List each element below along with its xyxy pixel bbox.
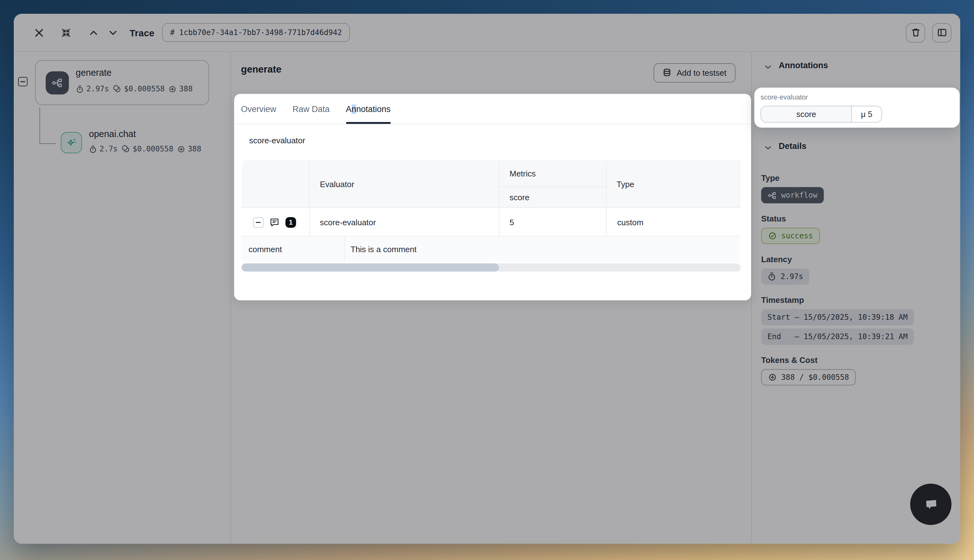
span-stats: 2.7s $0.000558 388 bbox=[89, 145, 201, 153]
cell-type: custom bbox=[617, 208, 644, 237]
tab-overview[interactable]: Overview bbox=[241, 94, 276, 124]
coins-icon bbox=[113, 85, 122, 93]
chevron-up-icon[interactable] bbox=[86, 25, 101, 40]
latency-label: Latency bbox=[761, 255, 792, 264]
type-label: Type bbox=[761, 173, 780, 183]
stopwatch-icon bbox=[89, 145, 97, 153]
chat-bubble-icon bbox=[920, 494, 941, 515]
workflow-icon bbox=[767, 190, 777, 200]
stopwatch-icon bbox=[767, 272, 776, 281]
tree-connector-line bbox=[40, 108, 56, 144]
metric-score-pill[interactable]: score μ 5 bbox=[761, 106, 882, 123]
chevron-down-icon[interactable] bbox=[764, 63, 772, 71]
latency-stat: 2.97s bbox=[76, 85, 109, 93]
details-section-header[interactable]: Details bbox=[779, 142, 807, 151]
plus-circle-icon bbox=[168, 85, 177, 93]
trace-modal: Trace # 1cbb70e7-34a1-7bb7-3498-771b7d46… bbox=[14, 14, 960, 544]
add-to-testset-button[interactable]: Add to testset bbox=[654, 63, 735, 83]
text-selection-highlight: n bbox=[352, 104, 356, 113]
cell-score: 5 bbox=[510, 208, 514, 237]
chevron-down-icon[interactable] bbox=[764, 143, 772, 152]
horizontal-scrollbar[interactable] bbox=[242, 263, 741, 272]
tab-annotations[interactable]: Annotations bbox=[346, 94, 390, 124]
column-divider bbox=[309, 208, 310, 236]
panel-layout-icon bbox=[937, 28, 947, 38]
span-name: generate bbox=[76, 68, 112, 78]
span-name[interactable]: openai.chat bbox=[89, 129, 136, 139]
type-value-badge: workflow bbox=[761, 187, 824, 203]
latency-value-badge: 2.97s bbox=[761, 268, 809, 285]
coins-icon bbox=[122, 145, 130, 153]
column-divider bbox=[309, 160, 310, 207]
modal-title: Trace bbox=[130, 27, 154, 38]
tab-bar: Overview Raw Data Annotations bbox=[234, 94, 751, 125]
column-divider bbox=[499, 208, 500, 236]
tokens-cost-label: Tokens & Cost bbox=[761, 355, 817, 365]
evaluator-section-title: score-evaluator bbox=[249, 136, 305, 145]
tokens-cost-badge: 388 / $0.000558 bbox=[761, 369, 856, 385]
tokens-stat: 388 bbox=[168, 85, 192, 93]
span-node-generate[interactable]: generate 2.97s $0.000558 388 bbox=[35, 60, 209, 105]
latency-stat: 2.7s bbox=[89, 145, 118, 153]
cost-stat: $0.000558 bbox=[122, 145, 173, 153]
span-stats: 2.97s $0.000558 388 bbox=[76, 85, 193, 93]
details-sidebar: Annotations score-evaluator score μ 5 De… bbox=[751, 52, 960, 544]
tree-collapse-toggle[interactable] bbox=[18, 77, 28, 87]
plus-circle-icon bbox=[177, 145, 185, 153]
column-header-evaluator: Evaluator bbox=[320, 160, 354, 208]
row-controls: 1 bbox=[253, 208, 296, 237]
plus-circle-icon bbox=[768, 373, 777, 382]
page-title: generate bbox=[241, 64, 281, 75]
tokens-stat: 388 bbox=[177, 145, 201, 153]
annotations-table: Evaluator Metrics score Type bbox=[242, 160, 741, 273]
collapse-arrows-icon[interactable] bbox=[58, 25, 73, 40]
scrollbar-thumb[interactable] bbox=[242, 263, 499, 272]
column-divider bbox=[606, 208, 607, 236]
annotation-evaluator-name: score-evaluator bbox=[761, 93, 808, 101]
chevron-down-icon[interactable] bbox=[105, 25, 120, 40]
comment-row: comment This is a comment bbox=[242, 237, 741, 262]
status-badge: success bbox=[761, 228, 820, 244]
timestamp-label: Timestamp bbox=[761, 295, 804, 305]
chat-support-button[interactable] bbox=[910, 484, 951, 525]
topbar: Trace # 1cbb70e7-34a1-7bb7-3498-771b7d46… bbox=[14, 14, 960, 52]
status-label: Status bbox=[761, 214, 786, 223]
close-icon[interactable] bbox=[31, 25, 46, 40]
column-header-metrics: Metrics bbox=[510, 160, 536, 187]
table-header: Evaluator Metrics score Type bbox=[242, 160, 741, 208]
workflow-icon bbox=[46, 71, 69, 95]
comment-count-badge[interactable]: 1 bbox=[285, 217, 296, 227]
timestamp-start-badge: Start — 15/05/2025, 10:39:18 AM bbox=[761, 309, 914, 325]
annotations-content-card: Overview Raw Data Annotations score-eval… bbox=[234, 94, 751, 300]
stopwatch-icon bbox=[76, 85, 84, 93]
trace-id-badge[interactable]: # 1cbb70e7-34a1-7bb7-3498-771b7d46d942 bbox=[162, 23, 350, 42]
sidebar-divider bbox=[230, 52, 231, 544]
column-divider bbox=[344, 237, 345, 262]
comment-icon[interactable] bbox=[269, 217, 280, 227]
tab-raw-data[interactable]: Raw Data bbox=[293, 94, 330, 124]
cost-stat: $0.000558 bbox=[113, 85, 165, 93]
table-row[interactable]: 1 score-evaluator 5 custom bbox=[242, 208, 741, 237]
indeterminate-checkbox[interactable] bbox=[253, 217, 264, 227]
column-header-type: Type bbox=[617, 160, 634, 208]
llm-sparkles-icon[interactable] bbox=[61, 132, 82, 153]
column-subheader-score: score bbox=[510, 187, 530, 208]
column-divider bbox=[606, 160, 607, 207]
check-circle-icon bbox=[768, 232, 777, 240]
comment-value: This is a comment bbox=[350, 237, 417, 262]
comment-label: comment bbox=[249, 237, 282, 262]
topbar-actions bbox=[906, 23, 951, 42]
metric-mean-value: μ 5 bbox=[852, 107, 881, 122]
delete-trace-button[interactable] bbox=[906, 23, 925, 42]
metric-name: score bbox=[761, 107, 852, 122]
trash-icon bbox=[911, 28, 921, 38]
timestamp-end-badge: End — 15/05/2025, 10:39:21 AM bbox=[761, 328, 914, 345]
database-icon bbox=[662, 68, 672, 78]
toggle-side-panel-button[interactable] bbox=[932, 23, 951, 42]
annotation-summary-card: score-evaluator score μ 5 bbox=[754, 88, 960, 128]
annotations-section-header[interactable]: Annotations bbox=[779, 61, 828, 70]
cell-evaluator: score-evaluator bbox=[320, 208, 376, 237]
page-background: Trace # 1cbb70e7-34a1-7bb7-3498-771b7d46… bbox=[0, 0, 974, 560]
column-divider bbox=[499, 160, 500, 207]
